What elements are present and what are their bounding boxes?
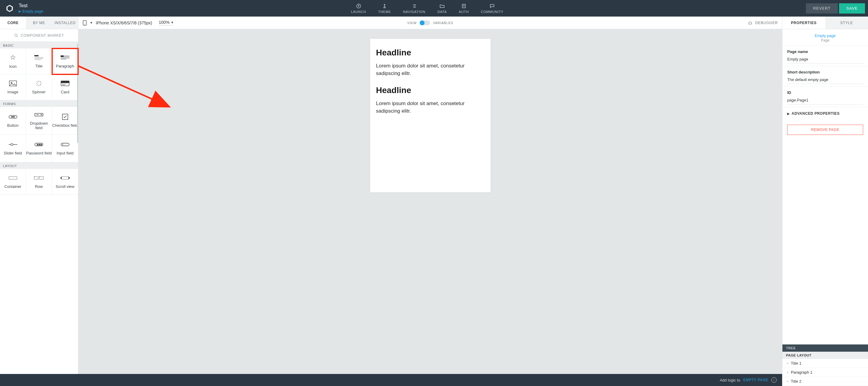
canvas-area[interactable]: Headline Lorem ipsum dolor sit amet, con… [79, 29, 782, 386]
svg-point-9 [11, 82, 12, 83]
revert-button[interactable]: REVERT [806, 3, 838, 13]
canvas-headline-1[interactable]: Headline [376, 48, 485, 58]
tab-installed[interactable]: INSTALLED [52, 16, 78, 29]
component-title[interactable]: Title [26, 48, 52, 74]
toggle-label-variables: VARIABLES [433, 21, 453, 25]
svg-rect-21 [34, 177, 38, 179]
component-container[interactable]: Container [0, 169, 26, 195]
tab-properties[interactable]: PROPERTIES [782, 16, 825, 29]
component-slider[interactable]: Slider field [0, 135, 26, 162]
search-icon [14, 33, 19, 38]
app-title: Test [19, 3, 43, 8]
svg-rect-23 [61, 177, 68, 179]
section-forms: FORMS [0, 100, 78, 107]
label-short-desc: Short description [787, 70, 863, 74]
nav-community[interactable]: COMMUNITY [481, 3, 503, 13]
component-checkbox[interactable]: Checkbox field [52, 107, 78, 135]
bug-icon [747, 21, 753, 25]
debugger-button[interactable]: DEBUGGER [747, 21, 778, 25]
component-password[interactable]: ✕✕✕Password field [26, 135, 52, 162]
component-button[interactable]: Button [0, 107, 26, 135]
svg-rect-19 [61, 143, 69, 146]
tree-header: TREE [782, 345, 868, 352]
selected-element-link[interactable]: Empty page [782, 33, 868, 38]
component-card[interactable]: Card [52, 74, 78, 100]
component-icon[interactable]: ☆Icon [0, 48, 26, 74]
svg-rect-20 [9, 177, 17, 179]
tree-item-title2[interactable]: Title 2 [782, 377, 868, 386]
canvas-paragraph-2[interactable]: Lorem ipsum dolor sit amet, consetetur s… [376, 100, 485, 115]
top-bar: Test ▶Empty page LAUNCH THEME NAVIGATION… [0, 0, 868, 16]
svg-point-3 [84, 24, 85, 25]
section-basic: BASIC [0, 42, 78, 48]
nav-navigation[interactable]: NAVIGATION [403, 3, 425, 13]
component-dropdown[interactable]: Dropdown field [26, 107, 52, 135]
svg-line-24 [79, 66, 168, 106]
app-logo-icon [5, 4, 14, 13]
canvas-paragraph-1[interactable]: Lorem ipsum dolor sit amet, consetetur s… [376, 62, 485, 77]
star-icon: ☆ [10, 54, 16, 62]
list-icon [411, 3, 417, 9]
remove-page-button[interactable]: REMOVE PAGE [787, 125, 863, 135]
component-spinner[interactable]: Spinner [26, 74, 52, 100]
slider-icon [7, 141, 19, 148]
device-selector[interactable]: ▼ iPhone XS/X/6/6S/7/8 (375px) [83, 20, 152, 26]
svg-rect-8 [9, 81, 17, 86]
phone-canvas[interactable]: Headline Lorem ipsum dolor sit amet, con… [370, 39, 491, 192]
row-icon [33, 174, 44, 182]
svg-text:✕✕✕: ✕✕✕ [37, 143, 42, 146]
button-icon [7, 113, 19, 120]
selected-element-type: Page [782, 38, 868, 42]
svg-rect-22 [39, 177, 44, 179]
paragraph-icon [60, 54, 70, 61]
scrollview-icon [60, 174, 70, 182]
phone-icon [83, 20, 87, 26]
nav-theme[interactable]: THEME [378, 3, 391, 13]
label-id: ID [787, 90, 863, 95]
input-short-desc[interactable] [787, 76, 863, 84]
footer-link[interactable]: EMPTY PAGE [743, 378, 768, 382]
checkbox-icon [60, 113, 70, 120]
component-paragraph[interactable]: Paragraph [52, 48, 78, 74]
svg-rect-7 [61, 56, 63, 57]
zoom-selector[interactable]: 100%▼ [159, 20, 174, 26]
dropdown-icon [33, 111, 44, 118]
tab-core[interactable]: CORE [0, 16, 26, 29]
theme-icon [382, 3, 387, 9]
svg-rect-11 [61, 81, 69, 83]
view-variables-toggle[interactable] [420, 21, 430, 25]
tree-item-paragraph1[interactable]: Paragraph 1 [782, 368, 868, 377]
component-image[interactable]: Image [0, 74, 26, 100]
tab-byme[interactable]: BY ME [26, 16, 52, 29]
nav-data[interactable]: DATA [437, 3, 447, 13]
card-icon [60, 80, 70, 87]
tree-item-title1[interactable]: Title 1 [782, 359, 868, 368]
password-icon: ✕✕✕ [33, 141, 44, 148]
component-panel: COMPONENT MARKET BASIC ☆Icon Title Parag… [0, 29, 79, 386]
breadcrumb[interactable]: ▶Empty page [19, 9, 43, 13]
input-page-name[interactable] [787, 56, 863, 64]
canvas-headline-2[interactable]: Headline [376, 85, 485, 95]
save-button[interactable]: SAVE [839, 3, 865, 13]
input-icon [60, 141, 70, 148]
sub-bar: CORE BY ME INSTALLED ▼ iPhone XS/X/6/6S/… [0, 16, 868, 29]
component-scrollview[interactable]: Scroll view [52, 169, 78, 195]
arrow-up-icon[interactable]: ↑ [771, 377, 777, 383]
nav-auth[interactable]: AUTH [459, 3, 469, 13]
component-market-button[interactable]: COMPONENT MARKET [0, 29, 78, 42]
svg-point-16 [10, 143, 13, 145]
advanced-properties-toggle[interactable]: ▶ADVANCED PROPERTIES [782, 107, 868, 120]
nav-launch[interactable]: LAUNCH [351, 3, 366, 13]
upload-icon [356, 3, 361, 9]
toggle-label-view: VIEW [407, 21, 416, 25]
logic-footer: Add logic to EMPTY PAGE ↑ [0, 374, 782, 386]
tab-style[interactable]: STYLE [825, 16, 868, 29]
svg-rect-13 [11, 116, 14, 117]
section-layout: LAYOUT [0, 162, 78, 169]
spinner-icon [33, 80, 44, 87]
component-row[interactable]: Row [26, 169, 52, 195]
svg-rect-6 [35, 56, 38, 56]
component-input[interactable]: Input field [52, 135, 78, 162]
folder-icon [439, 3, 445, 9]
input-id[interactable] [787, 97, 863, 104]
